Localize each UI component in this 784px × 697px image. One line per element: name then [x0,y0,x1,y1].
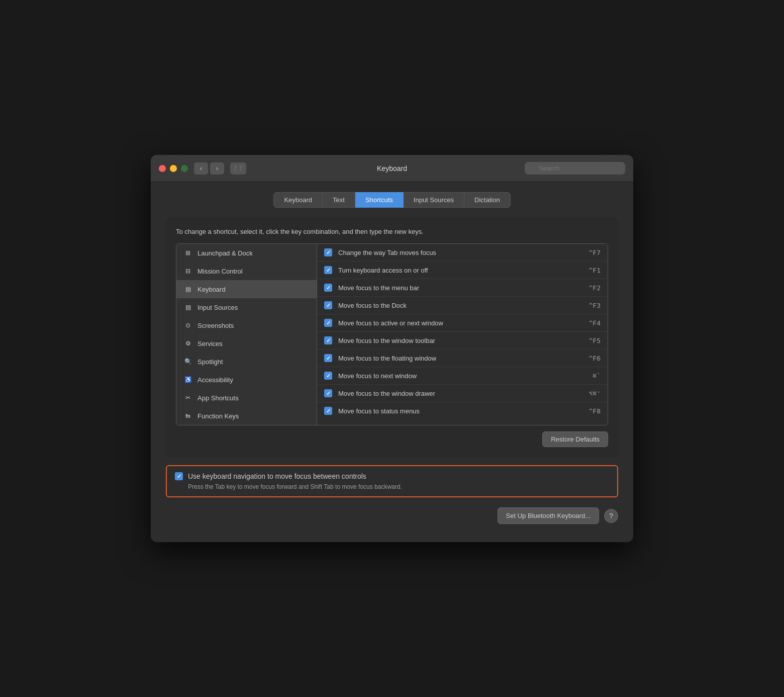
shortcut-checkbox-8[interactable] [324,389,332,397]
sidebar-item-input-sources[interactable]: ▤ Input Sources [176,298,317,316]
screenshots-icon: ⊙ [183,321,192,330]
shortcut-checkbox-4[interactable] [324,319,332,327]
grid-icon: ⋮⋮ [233,165,244,171]
help-button[interactable]: ? [604,509,618,523]
shortcut-key-1: ^F1 [570,267,601,274]
titlebar: ‹ › ⋮⋮ Keyboard 🔍 [151,155,633,182]
keyboard-nav-label: Use keyboard navigation to move focus be… [188,472,366,480]
sidebar-item-input-sources-label: Input Sources [198,304,238,311]
sidebar-item-function-keys[interactable]: fn Function Keys [176,407,317,425]
main-window: ‹ › ⋮⋮ Keyboard 🔍 Keyboard Text Shortcut… [151,155,633,542]
shortcut-row-3: Move focus to the Dock ^F3 [317,297,608,314]
shortcut-checkbox-7[interactable] [324,372,332,380]
shortcut-label-1: Turn keyboard access on or off [338,267,564,274]
bluetooth-keyboard-button[interactable]: Set Up Bluetooth Keyboard... [498,507,599,524]
tab-bar: Keyboard Text Shortcuts Input Sources Di… [166,192,618,208]
shortcut-row-0: Change the way Tab moves focus ^F7 [317,244,608,262]
launchpad-icon: ⊞ [183,248,192,257]
shortcut-label-6: Move focus to the floating window [338,355,564,362]
shortcut-row-2: Move focus to the menu bar ^F2 [317,279,608,297]
shortcut-key-8: ⌥⌘' [570,390,601,397]
keyboard-nav-checkbox[interactable] [175,472,183,480]
main-area: To change a shortcut, select it, click t… [166,218,618,457]
left-panel: ⊞ Launchpad & Dock ⊟ Mission Control ▤ K… [176,244,317,425]
shortcut-checkbox-9[interactable] [324,407,332,415]
shortcut-label-9: Move focus to status menus [338,407,564,415]
shortcut-key-6: ^F6 [570,355,601,362]
tab-text[interactable]: Text [323,192,355,208]
shortcut-checkbox-3[interactable] [324,301,332,309]
sidebar-item-screenshots[interactable]: ⊙ Screenshots [176,316,317,334]
shortcut-checkbox-6[interactable] [324,354,332,362]
restore-defaults-button[interactable]: Restore Defaults [542,431,608,447]
function-keys-icon: fn [183,411,192,420]
sidebar-item-mission-control-label: Mission Control [198,268,243,275]
forward-button[interactable]: › [210,162,224,175]
maximize-button[interactable] [181,165,188,172]
spotlight-icon: 🔍 [183,357,192,366]
sidebar-item-app-shortcuts-label: App Shortcuts [198,394,239,402]
keyboard-nav-header: Use keyboard navigation to move focus be… [175,472,609,480]
sidebar-item-function-keys-label: Function Keys [198,412,239,420]
back-button[interactable]: ‹ [194,162,208,175]
shortcut-key-9: ^F8 [570,407,601,415]
shortcut-row-4: Move focus to active or next window ^F4 [317,314,608,332]
minimize-button[interactable] [170,165,177,172]
input-sources-icon: ▤ [183,303,192,312]
grid-view-button[interactable]: ⋮⋮ [230,162,246,175]
sidebar-item-accessibility[interactable]: ♿ Accessibility [176,371,317,389]
sidebar-item-mission-control[interactable]: ⊟ Mission Control [176,262,317,280]
shortcut-label-0: Change the way Tab moves focus [338,249,564,256]
shortcut-row-8: Move focus to the window drawer ⌥⌘' [317,385,608,402]
shortcut-label-3: Move focus to the Dock [338,302,564,309]
sidebar-item-screenshots-label: Screenshots [198,322,234,329]
shortcut-label-7: Move focus to next window [338,372,564,380]
shortcut-checkbox-2[interactable] [324,284,332,292]
shortcut-row-6: Move focus to the floating window ^F6 [317,350,608,367]
sidebar-item-accessibility-label: Accessibility [198,376,233,384]
mission-control-icon: ⊟ [183,267,192,276]
search-wrapper: 🔍 [525,162,625,175]
shortcut-row-1: Turn keyboard access on or off ^F1 [317,262,608,279]
sidebar-item-services[interactable]: ⚙ Services [176,334,317,353]
window-title: Keyboard [377,164,407,172]
shortcut-checkbox-0[interactable] [324,248,332,256]
tab-input-sources[interactable]: Input Sources [404,192,464,208]
shortcut-row-9: Move focus to status menus ^F8 [317,402,608,419]
shortcut-label-5: Move focus to the window toolbar [338,337,564,344]
shortcut-key-4: ^F4 [570,319,601,327]
shortcut-checkbox-1[interactable] [324,266,332,274]
accessibility-icon: ♿ [183,375,192,384]
sidebar-item-keyboard-label: Keyboard [198,286,226,293]
shortcut-key-2: ^F2 [570,284,601,292]
shortcut-label-4: Move focus to active or next window [338,319,564,327]
sidebar-item-spotlight-label: Spotlight [198,358,223,366]
shortcut-key-0: ^F7 [570,249,601,256]
tab-keyboard[interactable]: Keyboard [273,192,323,208]
sidebar-item-app-shortcuts[interactable]: ✂ App Shortcuts [176,389,317,407]
sidebar-item-keyboard[interactable]: ▤ Keyboard [176,280,317,298]
shortcut-label-2: Move focus to the menu bar [338,284,564,292]
sidebar-item-launchpad-label: Launchpad & Dock [198,249,253,257]
keyboard-icon: ▤ [183,285,192,294]
tab-shortcuts[interactable]: Shortcuts [355,192,404,208]
sidebar-item-services-label: Services [198,340,223,347]
nav-buttons: ‹ › [194,162,224,175]
tab-dictation[interactable]: Dictation [464,192,511,208]
right-panel: Change the way Tab moves focus ^F7 Turn … [317,244,608,425]
shortcut-key-5: ^F5 [570,337,601,344]
services-icon: ⚙ [183,339,192,348]
panels: ⊞ Launchpad & Dock ⊟ Mission Control ▤ K… [176,243,608,425]
restore-btn-row: Restore Defaults [176,431,608,447]
shortcut-row-7: Move focus to next window ⌘` [317,367,608,385]
bottom-row: Set Up Bluetooth Keyboard... ? [166,507,618,532]
sidebar-item-launchpad[interactable]: ⊞ Launchpad & Dock [176,244,317,262]
keyboard-nav-box: Use keyboard navigation to move focus be… [166,465,618,497]
sidebar-item-spotlight[interactable]: 🔍 Spotlight [176,353,317,371]
close-button[interactable] [159,165,166,172]
shortcut-checkbox-5[interactable] [324,336,332,344]
keyboard-nav-description: Press the Tab key to move focus forward … [188,483,609,490]
app-shortcuts-icon: ✂ [183,393,192,402]
shortcut-key-3: ^F3 [570,302,601,309]
search-input[interactable] [525,162,625,175]
